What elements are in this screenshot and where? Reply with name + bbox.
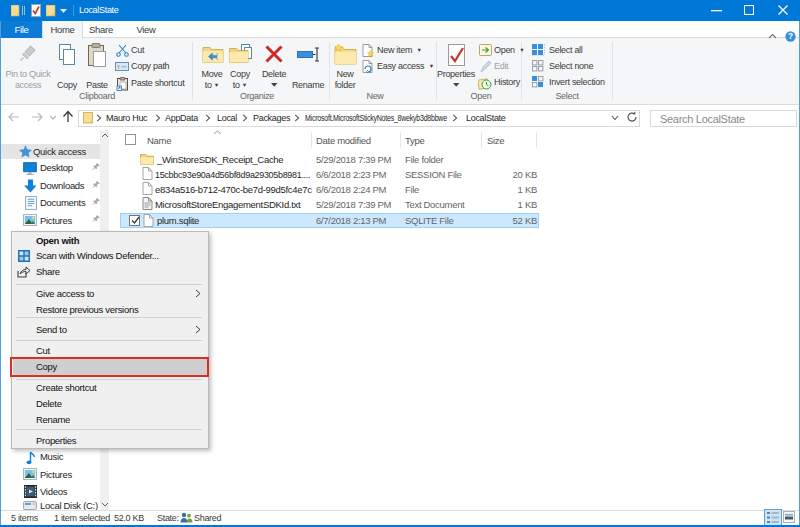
svg-text:?: ? <box>788 32 793 41</box>
